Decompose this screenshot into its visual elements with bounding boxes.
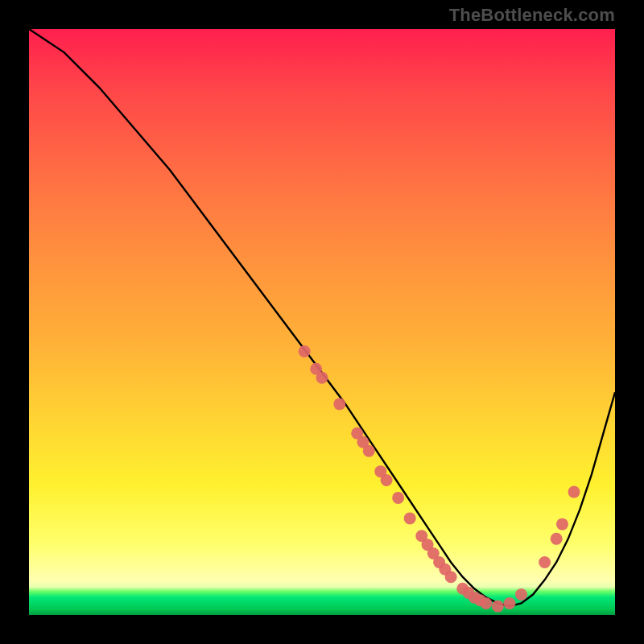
data-marker xyxy=(503,597,515,609)
data-marker xyxy=(316,372,328,384)
data-marker xyxy=(445,571,457,583)
data-marker xyxy=(299,345,311,357)
markers-group xyxy=(299,345,580,613)
data-marker xyxy=(556,518,568,530)
watermark-text: TheBottleneck.com xyxy=(449,5,615,26)
data-marker xyxy=(404,512,416,524)
data-marker xyxy=(515,588,527,601)
bottleneck-curve xyxy=(29,29,615,606)
data-marker xyxy=(333,398,345,410)
data-marker xyxy=(381,474,393,486)
data-marker xyxy=(568,486,580,498)
data-marker xyxy=(480,597,492,609)
plot-area xyxy=(29,29,615,615)
data-marker xyxy=(392,492,404,504)
stage: TheBottleneck.com xyxy=(0,0,644,644)
chart-svg xyxy=(29,29,615,615)
data-marker xyxy=(363,445,375,457)
data-marker xyxy=(492,601,504,613)
data-marker xyxy=(551,533,563,545)
data-marker xyxy=(539,556,551,568)
